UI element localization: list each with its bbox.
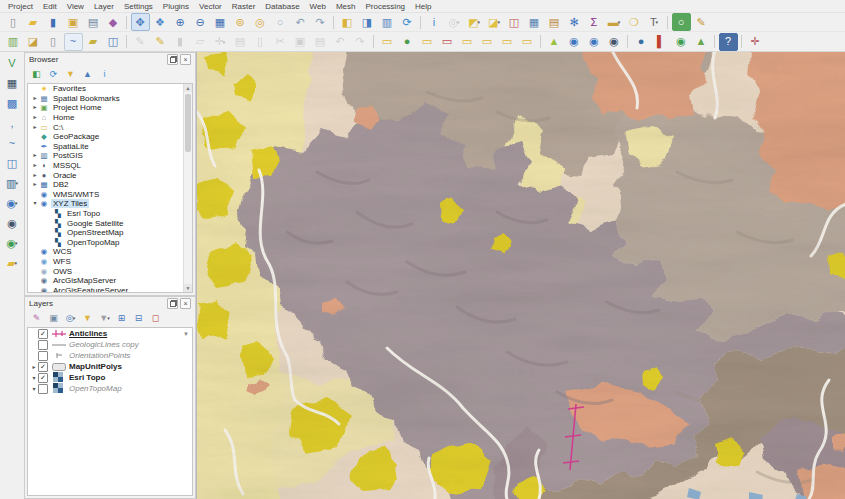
dropdown-arrow[interactable]: ▾: [618, 19, 621, 25]
vertex-tool-button[interactable]: ✛▾: [211, 33, 230, 51]
style-manager-button[interactable]: ◆: [104, 13, 123, 31]
add-wcs-layer-button[interactable]: ◉: [3, 214, 22, 232]
zoom-native-button[interactable]: ▦: [211, 13, 230, 31]
expander-icon[interactable]: ▸: [31, 94, 39, 103]
open-project-button[interactable]: ▰: [24, 13, 43, 31]
remove-layer-button[interactable]: ◻: [148, 311, 164, 326]
new-temp-scratch-layer-button[interactable]: ▯: [44, 33, 63, 51]
map-canvas[interactable]: [196, 52, 845, 499]
dem-terrain-tools-button[interactable]: ▲: [692, 33, 711, 51]
browser-item-opentopomap[interactable]: ▚OpenTopoMap: [28, 238, 192, 248]
open-attribute-table-button[interactable]: ▦: [525, 13, 544, 31]
browser-item-geopackage[interactable]: ◆GeoPackage: [28, 132, 192, 142]
layers-float-button[interactable]: [167, 298, 178, 309]
layer-checkbox[interactable]: ✓: [38, 362, 48, 372]
browser-item-openstreetmap[interactable]: ▚OpenStreetMap: [28, 228, 192, 238]
browser-item-favorites[interactable]: ★Favorites: [28, 84, 192, 94]
menu-database[interactable]: Database: [260, 1, 304, 12]
browser-close-button[interactable]: ×: [180, 54, 191, 65]
browser-item-postgis[interactable]: ▸▥PostGIS: [28, 151, 192, 161]
manage-map-themes-button[interactable]: ◎▾: [63, 311, 79, 326]
new-print-layout-button[interactable]: ▤: [84, 13, 103, 31]
layer-item-mapunitpolys[interactable]: ▸✓MapUnitPolys: [28, 361, 192, 372]
zoom-full-button[interactable]: ⊚: [231, 13, 250, 31]
filter-browser-button[interactable]: ▼: [63, 67, 79, 82]
dropdown-arrow[interactable]: ▾: [457, 19, 460, 25]
topology-checker-button[interactable]: ▲: [545, 33, 564, 51]
filter-by-expression-button[interactable]: ▼▾: [97, 311, 113, 326]
new-memory-layer-button[interactable]: ▰: [84, 33, 103, 51]
web-search-button[interactable]: ◉: [605, 33, 624, 51]
browser-item-arcgismapserver[interactable]: ◉ArcGisMapServer: [28, 276, 192, 286]
dropdown-arrow[interactable]: ▾: [15, 180, 18, 186]
layer-item-esri-topo[interactable]: ▾✓Esri Topo: [28, 372, 192, 383]
expander-icon[interactable]: ▸: [31, 180, 39, 189]
browser-item-wcs[interactable]: ◉WCS: [28, 247, 192, 257]
new-project-button[interactable]: ▯: [4, 13, 23, 31]
highlight-labels-button[interactable]: ▭: [438, 33, 457, 51]
menu-layer[interactable]: Layer: [89, 1, 119, 12]
layer-item-geologiclines-copy[interactable]: GeologicLines copy: [28, 339, 192, 350]
browser-item-home[interactable]: ▸⌂Home: [28, 113, 192, 123]
layer-checkbox[interactable]: [38, 340, 48, 350]
measure-line-button[interactable]: ▬▾: [605, 13, 624, 31]
browser-item-oracle[interactable]: ▸●Oracle: [28, 170, 192, 180]
browser-item-mssql[interactable]: ▸◗MSSQL: [28, 161, 192, 171]
expander-icon[interactable]: ▸: [31, 171, 39, 180]
zoom-next-button[interactable]: ↷: [311, 13, 330, 31]
menu-edit[interactable]: Edit: [38, 1, 62, 12]
layer-diagram-button[interactable]: ●: [398, 33, 417, 51]
open-layer-styling-button[interactable]: ✎: [29, 311, 45, 326]
add-spatialite-layer-button[interactable]: ~: [3, 134, 22, 152]
layer-checkbox[interactable]: [38, 351, 48, 361]
menu-web[interactable]: Web: [305, 1, 331, 12]
add-wms-layer-button[interactable]: ◉▾: [3, 194, 22, 212]
new-geopackage-layer-button[interactable]: ▥: [4, 33, 23, 51]
show-properties-button[interactable]: i: [97, 67, 113, 82]
browser-item-arcgisfeatureserver[interactable]: ◉ArcGisFeatureServer: [28, 285, 192, 293]
new-virtual-layer-button[interactable]: ◫: [104, 33, 123, 51]
map-tips-button[interactable]: ❍: [625, 13, 644, 31]
select-features-button[interactable]: ◩▾: [465, 13, 484, 31]
profile-tool-button[interactable]: ▌: [652, 33, 671, 51]
browser-float-button[interactable]: [167, 54, 178, 65]
cut-features-button[interactable]: ✂: [271, 33, 290, 51]
menu-settings[interactable]: Settings: [119, 1, 158, 12]
redo-button[interactable]: ↷: [351, 33, 370, 51]
bookmark-manager-button[interactable]: ▥: [378, 13, 397, 31]
expander-icon[interactable]: ▸: [31, 151, 39, 160]
browser-item-db2[interactable]: ▸▦DB2: [28, 180, 192, 190]
digitize-feature-button[interactable]: ▱: [191, 33, 210, 51]
expander-icon[interactable]: ▸: [31, 123, 39, 132]
filter-legend-button[interactable]: ▼: [80, 311, 96, 326]
help-contents-button[interactable]: ?: [719, 33, 738, 51]
change-label-button[interactable]: ▭: [518, 33, 537, 51]
dropdown-arrow[interactable]: ▾: [73, 315, 76, 321]
add-delimited-text-layer-button[interactable]: ,: [3, 114, 22, 132]
deselect-features-button[interactable]: ◫: [505, 13, 524, 31]
layer-checkbox[interactable]: ✓: [38, 373, 48, 383]
scroll-down-icon[interactable]: ▼: [184, 284, 192, 292]
expander-icon[interactable]: ▸: [31, 113, 39, 122]
expander-icon[interactable]: ▾: [30, 384, 38, 394]
scroll-up-icon[interactable]: ▲: [184, 84, 192, 92]
browser-scrollbar[interactable]: ▲ ▼: [183, 84, 192, 292]
refresh-browser-button[interactable]: ⟳: [46, 67, 62, 82]
dropdown-arrow[interactable]: ▾: [14, 260, 17, 266]
grass-tools-button[interactable]: ◉: [672, 33, 691, 51]
browser-item-spatial-bookmarks[interactable]: ▸▦Spatial Bookmarks: [28, 94, 192, 104]
dropdown-arrow[interactable]: ▾: [477, 19, 480, 25]
zoom-to-layer-button[interactable]: ○: [271, 13, 290, 31]
dropdown-arrow[interactable]: ▾: [107, 315, 110, 321]
zoom-in-button[interactable]: ⊕: [171, 13, 190, 31]
undo-button[interactable]: ↶: [331, 33, 350, 51]
collapse-all-layers-button[interactable]: ⊟: [131, 311, 147, 326]
layer-checkbox[interactable]: ✓: [38, 329, 48, 339]
python-console-button[interactable]: ●: [632, 33, 651, 51]
layers-close-button[interactable]: ×: [180, 298, 191, 309]
add-wfs-layer-button[interactable]: ◉▾: [3, 234, 22, 252]
statistical-summary-button[interactable]: Σ: [585, 13, 604, 31]
copy-features-button[interactable]: ▣: [291, 33, 310, 51]
pan-to-selection-button[interactable]: ❖: [151, 13, 170, 31]
show-spatial-bookmarks-button[interactable]: ◨: [358, 13, 377, 31]
